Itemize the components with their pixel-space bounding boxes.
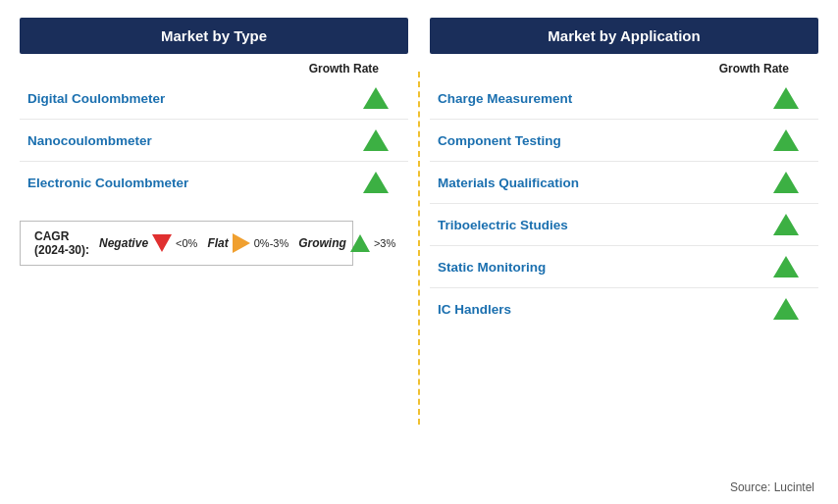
left-list-item: Electronic Coulombmeter — [20, 162, 408, 203]
legend-growing: Growing >3% — [298, 234, 395, 252]
right-list-item: IC Handlers — [430, 288, 818, 329]
left-item-label-2: Electronic Coulombmeter — [20, 176, 188, 190]
arrow-up-green-icon-right-0 — [773, 87, 799, 109]
left-items-list: Digital Coulombmeter Nanocoulombmeter El… — [20, 77, 408, 203]
legend-flat: Flat 0%-3% — [207, 233, 288, 253]
arrow-up-green-icon-right-2 — [773, 172, 799, 193]
left-panel-header: Market by Type — [20, 18, 408, 54]
legend-flat-value: 0%-3% — [254, 237, 288, 249]
right-panel: Market by Application Growth Rate Charge… — [430, 18, 818, 494]
right-list-item: Static Monitoring — [430, 246, 818, 288]
source-label: Source: Lucintel — [430, 471, 818, 494]
arrow-down-red-icon — [152, 234, 172, 252]
arrow-up-green-icon-right-1 — [773, 129, 799, 151]
right-item-label-4: Static Monitoring — [430, 260, 546, 275]
right-list-item: Charge Measurement — [430, 77, 818, 120]
panel-divider — [418, 18, 420, 494]
legend-box: CAGR(2024-30): Negative <0% Flat 0%-3% G… — [20, 221, 353, 266]
legend-growing-value: >3% — [374, 237, 395, 249]
right-item-label-0: Charge Measurement — [430, 91, 572, 106]
legend-negative: Negative <0% — [99, 234, 197, 252]
right-item-label-3: Triboelectric Studies — [430, 218, 568, 232]
arrow-up-green-icon-left-2 — [363, 172, 389, 193]
left-item-label-0: Digital Coulombmeter — [20, 91, 165, 106]
left-list-item: Digital Coulombmeter — [20, 77, 408, 120]
legend-flat-label: Flat — [207, 236, 228, 250]
right-panel-header: Market by Application — [430, 18, 818, 54]
right-list-item: Materials Qualification — [430, 162, 818, 204]
arrow-up-green-icon-right-3 — [773, 214, 799, 235]
left-growth-rate-label: Growth Rate — [20, 54, 408, 77]
right-item-label-1: Component Testing — [430, 133, 561, 148]
arrow-up-green-icon-left-0 — [363, 87, 389, 109]
arrow-up-green-icon-right-5 — [773, 298, 799, 320]
right-items-list: Charge Measurement Component Testing Mat… — [430, 77, 818, 329]
arrow-right-orange-icon — [233, 233, 250, 253]
right-growth-rate-label: Growth Rate — [430, 54, 818, 77]
arrow-up-green-icon-left-1 — [363, 129, 389, 151]
right-list-item: Triboelectric Studies — [430, 204, 818, 246]
legend-title: CAGR(2024-30): — [34, 229, 89, 257]
right-item-label-2: Materials Qualification — [430, 176, 579, 190]
legend-negative-value: <0% — [176, 237, 197, 249]
right-list-item: Component Testing — [430, 120, 818, 162]
legend-growing-label: Growing — [298, 236, 346, 250]
left-list-item: Nanocoulombmeter — [20, 120, 408, 162]
arrow-up-green-icon-right-4 — [773, 256, 799, 277]
right-item-label-5: IC Handlers — [430, 302, 511, 317]
left-panel: Market by Type Growth Rate Digital Coulo… — [20, 18, 408, 494]
left-item-label-1: Nanocoulombmeter — [20, 133, 152, 148]
arrow-up-green-sm-icon — [350, 234, 370, 252]
legend-negative-label: Negative — [99, 236, 148, 250]
dashed-line — [418, 72, 420, 425]
